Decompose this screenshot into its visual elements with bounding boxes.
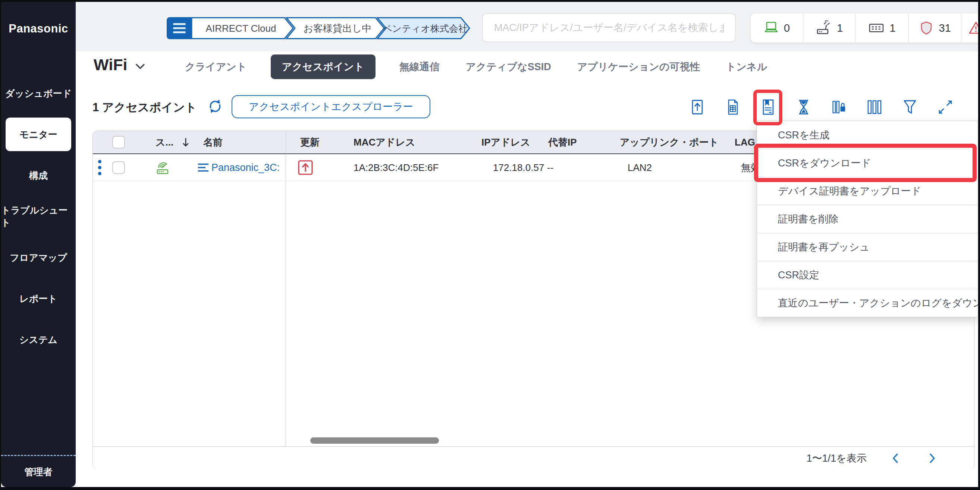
hourglass-icon [796, 99, 811, 115]
sidebar-item-monitor[interactable]: モニター [6, 118, 71, 151]
status-alerts[interactable]: 135 [961, 13, 978, 43]
page-title-row: WiFi [94, 56, 145, 74]
breadcrumb-item-tenant[interactable]: お客様貸出し中 [286, 18, 384, 39]
certificate-button[interactable] [761, 99, 776, 115]
page-title: WiFi [94, 56, 127, 74]
status-clients[interactable]: 0 [751, 13, 803, 43]
sidebar-item-config[interactable]: 構成 [1, 159, 76, 192]
chevron-down-icon[interactable] [135, 64, 145, 69]
cell-mac: 1A:2B:3C:4D:5E:6F [353, 162, 439, 174]
filter-button[interactable] [902, 99, 917, 115]
svg-text:ペンティオ株式会社: ペンティオ株式会社 [383, 23, 468, 34]
pagination-label: 1〜1/1を表示 [807, 452, 867, 465]
columns-icon [867, 99, 882, 115]
expand-button[interactable] [938, 99, 953, 115]
expand-icon [938, 99, 953, 115]
tab-access-points[interactable]: アクセスポイント [271, 54, 375, 79]
filter-icon [902, 99, 917, 115]
menu-item-download-csr[interactable]: CSRをダウンロード [757, 149, 978, 177]
search-input[interactable] [482, 13, 736, 42]
tab-tunnel[interactable]: トンネル [724, 54, 770, 79]
column-header-name[interactable]: 名前 [203, 136, 223, 149]
tab-app-visibility[interactable]: アプリケーションの可視性 [575, 54, 702, 79]
sidebar-item-dashboard[interactable]: ダッシュボード [1, 77, 76, 110]
hamburger-icon [173, 23, 186, 33]
sidebar: Panasonic ダッシュボード モニター 構成 トラブルシュート フロアマッ… [1, 2, 76, 487]
menu-item-download-action-log[interactable]: 直近のユーザー・アクションのログをダウンロード [757, 289, 978, 317]
breadcrumb-item-site[interactable]: ペンティオ株式会社 [377, 18, 469, 39]
table-toolbar [690, 99, 953, 115]
panasonic-logo: Panasonic [1, 2, 76, 35]
switch-icon [869, 21, 884, 35]
menu-item-repush-cert[interactable]: 証明書を再プッシュ [757, 233, 978, 261]
shield-icon [919, 21, 934, 35]
column-header-ip[interactable]: IPアドレス [481, 136, 530, 149]
access-point-icon [816, 21, 832, 35]
tab-wireless[interactable]: 無線通信 [397, 54, 442, 79]
status-summary-bar: 0 1 [751, 13, 978, 43]
column-header-alt-ip[interactable]: 代替IP [548, 136, 577, 149]
column-header-status[interactable]: ス... [156, 136, 173, 149]
access-point-online-icon [156, 160, 170, 175]
breadcrumb: AIRRECT Cloud お客様貸出し中 ペンティオ株式会社 [166, 17, 472, 40]
cell-ip: 172.18.0.57 [493, 162, 544, 174]
breadcrumb-item-cloud[interactable]: AIRRECT Cloud [192, 18, 293, 39]
report-button[interactable] [725, 99, 740, 115]
columns-button[interactable] [867, 99, 882, 115]
top-header: AIRRECT Cloud お客様貸出し中 ペンティオ株式会社 0 [76, 2, 978, 51]
cell-uplink: LAN2 [628, 162, 652, 174]
row-checkbox[interactable] [112, 161, 125, 174]
pagination-next-button[interactable] [924, 450, 940, 466]
select-all-checkbox[interactable] [112, 136, 125, 148]
upload-button[interactable] [690, 99, 705, 115]
horizontal-scrollbar [93, 435, 974, 446]
status-access-points[interactable]: 1 [803, 13, 856, 43]
history-button[interactable] [796, 99, 811, 115]
firmware-upgrade-icon[interactable] [298, 160, 313, 176]
ap-explorer-button[interactable]: アクセスポイントエクスプローラー [232, 95, 430, 118]
scrollbar-thumb[interactable] [310, 437, 439, 444]
chevron-right-icon [929, 453, 936, 464]
sidebar-nav: ダッシュボード モニター 構成 トラブルシュート フロアマップ レポート システ… [1, 77, 76, 356]
breadcrumb-menu-button[interactable] [167, 17, 192, 39]
certificate-icon [761, 99, 776, 115]
column-lock-icon [832, 99, 846, 115]
column-header-update[interactable]: 更新 [300, 136, 320, 149]
cell-alt-ip: -- [547, 162, 554, 174]
menu-item-generate-csr[interactable]: CSRを生成 [757, 121, 978, 149]
warning-icon [969, 21, 978, 35]
menu-item-delete-cert[interactable]: 証明書を削除 [757, 205, 978, 233]
row-menu-icon[interactable] [98, 160, 102, 176]
svg-text:AIRRECT Cloud: AIRRECT Cloud [206, 23, 276, 34]
tab-clients[interactable]: クライアント [183, 54, 249, 79]
svg-text:お客様貸出し中: お客様貸出し中 [303, 23, 371, 34]
app-window: Panasonic ダッシュボード モニター 構成 トラブルシュート フロアマッ… [1, 2, 978, 487]
sort-descending-icon[interactable] [181, 137, 190, 147]
sidebar-item-system[interactable]: システム [1, 323, 76, 356]
sidebar-item-floormap[interactable]: フロアマップ [1, 241, 76, 274]
ap-name-link[interactable]: Panasonic_3C: [212, 162, 280, 174]
status-switches[interactable]: 1 [856, 13, 908, 43]
list-lines-icon[interactable] [197, 163, 209, 172]
wifi-tabs: クライアント アクセスポイント 無線通信 アクティブなSSID アプリケーション… [183, 54, 769, 79]
pagination-prev-button[interactable] [887, 450, 904, 466]
ap-count-label: 1 アクセスポイント [92, 100, 197, 115]
menu-item-upload-device-cert[interactable]: デバイス証明書をアップロード [757, 177, 978, 205]
lock-columns-button[interactable] [832, 99, 846, 115]
chevron-left-icon [892, 453, 899, 464]
sidebar-item-report[interactable]: レポート [1, 282, 76, 315]
menu-item-csr-settings[interactable]: CSR設定 [757, 261, 978, 289]
tab-active-ssid[interactable]: アクティブなSSID [463, 54, 554, 79]
laptop-icon [764, 21, 779, 35]
upload-icon [690, 99, 705, 115]
report-icon [725, 99, 740, 115]
status-security[interactable]: 31 [909, 13, 961, 43]
certificate-context-menu: CSRを生成 CSRをダウンロード デバイス証明書をアップロード 証明書を削除 … [757, 121, 978, 317]
refresh-icon[interactable] [207, 98, 223, 115]
frozen-column-divider [286, 131, 286, 446]
column-header-mac[interactable]: MACアドレス [353, 136, 415, 149]
sidebar-item-troubleshoot[interactable]: トラブルシュート [1, 200, 76, 233]
column-header-uplink[interactable]: アップリンク・ポート [620, 136, 719, 149]
sidebar-item-admin[interactable]: 管理者 [1, 455, 76, 487]
pagination-bar: 1〜1/1を表示 [93, 446, 974, 469]
